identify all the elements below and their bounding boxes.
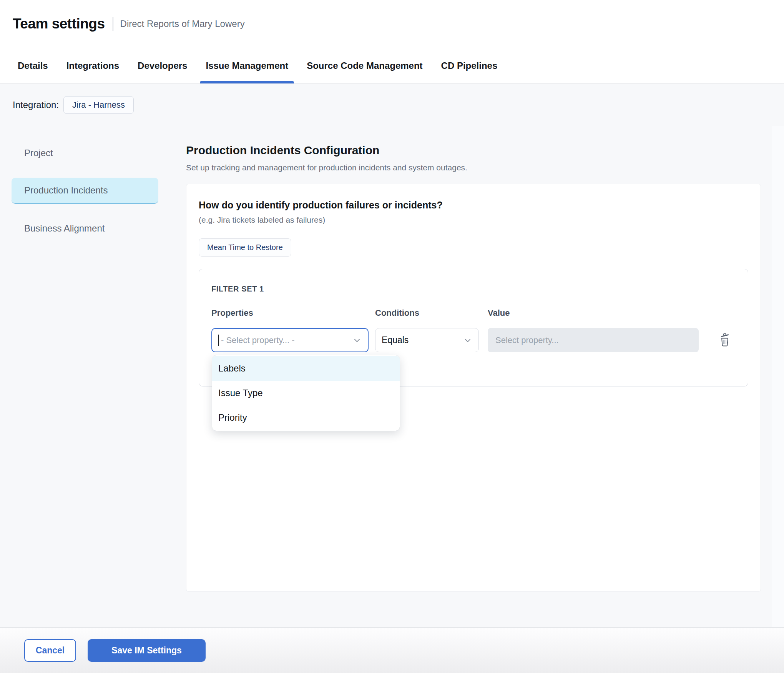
- section-subtitle: Set up tracking and management for produ…: [186, 163, 761, 172]
- sidebar-item-production-incidents[interactable]: Production Incidents: [12, 178, 158, 204]
- sidebar-item-business-alignment[interactable]: Business Alignment: [12, 215, 158, 242]
- value-label: Value: [488, 308, 699, 318]
- dropdown-option-issue-type[interactable]: Issue Type: [212, 381, 400, 405]
- filter-row: Properties - Select property... -: [211, 308, 736, 352]
- dropdown-option-labels[interactable]: Labels: [212, 356, 400, 381]
- filter-set-title: FILTER SET 1: [211, 285, 736, 293]
- dropdown-option-priority[interactable]: Priority: [212, 405, 400, 430]
- tab-cd-pipelines[interactable]: CD Pipelines: [435, 48, 503, 83]
- identify-incidents-question: How do you identify production failures …: [199, 200, 748, 211]
- integration-row: Integration: Jira - Harness: [0, 84, 784, 126]
- tab-details[interactable]: Details: [12, 48, 54, 83]
- integration-label: Integration:: [13, 100, 59, 110]
- settings-sidebar: Project Production Incidents Business Al…: [0, 126, 172, 627]
- properties-label: Properties: [211, 308, 369, 318]
- conditions-column: Conditions Equals: [375, 308, 479, 352]
- mean-time-to-restore-tab[interactable]: Mean Time to Restore: [199, 238, 291, 257]
- scrollbar-gutter[interactable]: [772, 126, 784, 627]
- condition-select[interactable]: Equals: [375, 328, 479, 352]
- tab-source-code-management[interactable]: Source Code Management: [301, 48, 428, 83]
- delete-filter-button[interactable]: [717, 331, 733, 348]
- footer-action-bar: Cancel Save IM Settings: [0, 627, 784, 673]
- properties-column: Properties - Select property... -: [211, 308, 369, 352]
- identify-incidents-hint: (e.g. Jira tickets labeled as failures): [199, 215, 748, 225]
- trash-icon: [718, 332, 731, 347]
- conditions-label: Conditions: [375, 308, 479, 318]
- filter-set-box: FILTER SET 1 Properties - Select propert…: [199, 269, 748, 386]
- integration-badge[interactable]: Jira - Harness: [63, 96, 134, 114]
- cancel-button[interactable]: Cancel: [24, 639, 76, 662]
- chevron-down-icon: [352, 336, 362, 345]
- value-input[interactable]: [488, 328, 699, 352]
- tab-integrations[interactable]: Integrations: [61, 48, 125, 83]
- tab-bar: Details Integrations Developers Issue Ma…: [0, 48, 784, 84]
- sidebar-item-project[interactable]: Project: [12, 140, 158, 166]
- save-im-settings-button[interactable]: Save IM Settings: [88, 639, 206, 662]
- tab-developers[interactable]: Developers: [132, 48, 193, 83]
- title-separator: [113, 17, 113, 31]
- incidents-config-card: How do you identify production failures …: [186, 184, 761, 591]
- page-subtitle: Direct Reports of Mary Lowery: [120, 18, 245, 29]
- property-dropdown-menu: Labels Issue Type Priority: [212, 355, 400, 431]
- text-cursor: [218, 335, 219, 346]
- settings-body: Project Production Incidents Business Al…: [0, 126, 784, 627]
- page-title: Team settings: [13, 16, 105, 32]
- property-select[interactable]: - Select property... -: [211, 328, 369, 352]
- tab-issue-management[interactable]: Issue Management: [200, 48, 294, 83]
- top-bar: Team settings Direct Reports of Mary Low…: [0, 0, 784, 48]
- main-content: Production Incidents Configuration Set u…: [172, 126, 772, 627]
- condition-select-value: Equals: [382, 335, 409, 345]
- chevron-down-icon: [463, 336, 472, 345]
- section-title: Production Incidents Configuration: [186, 144, 761, 157]
- value-column: Value: [488, 308, 699, 352]
- property-select-placeholder: - Select property... -: [221, 335, 295, 345]
